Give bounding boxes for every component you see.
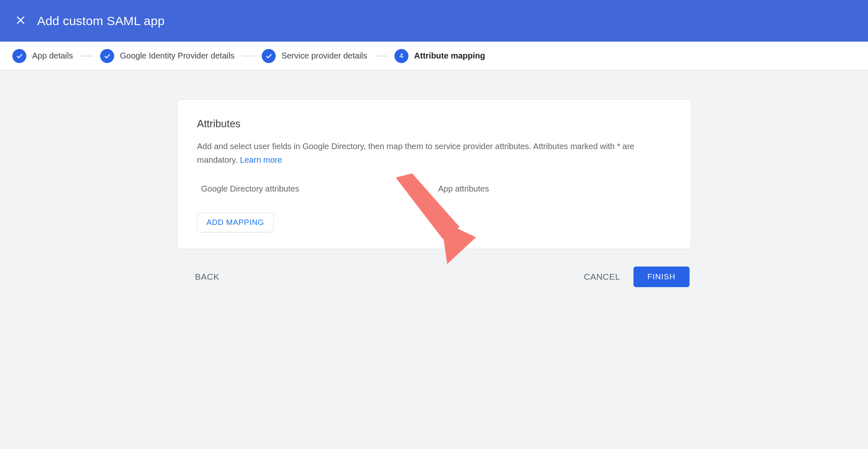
learn-more-link[interactable]: Learn more xyxy=(240,155,282,164)
attributes-card: Attributes Add and select user fields in… xyxy=(177,99,691,249)
dialog-title: Add custom SAML app xyxy=(37,14,165,28)
google-directory-attributes-header: Google Directory attributes xyxy=(197,184,434,194)
step-app-details[interactable]: App details xyxy=(12,49,73,63)
step-connector xyxy=(375,56,387,56)
check-icon xyxy=(262,49,276,63)
content-area: Attributes Add and select user fields in… xyxy=(0,70,868,287)
check-icon xyxy=(12,49,26,63)
step-number-badge: 4 xyxy=(394,49,408,63)
check-icon xyxy=(100,49,114,63)
step-attribute-mapping[interactable]: 4 Attribute mapping xyxy=(394,49,485,63)
close-icon xyxy=(15,15,26,27)
step-connector xyxy=(80,56,93,56)
stepper: App details Google Identity Provider det… xyxy=(0,42,868,70)
step-label: Attribute mapping xyxy=(414,51,485,61)
card-description: Add and select user fields in Google Dir… xyxy=(197,140,646,167)
step-sp-details[interactable]: Service provider details xyxy=(262,49,367,63)
step-label: App details xyxy=(32,51,73,61)
close-button[interactable] xyxy=(12,12,30,30)
step-label: Google Identity Provider details xyxy=(120,51,235,61)
step-idp-details[interactable]: Google Identity Provider details xyxy=(100,49,235,63)
back-button[interactable]: BACK xyxy=(193,268,221,286)
finish-button[interactable]: FINISH xyxy=(633,267,690,287)
app-attributes-header: App attributes xyxy=(434,184,671,194)
step-label: Service provider details xyxy=(282,51,367,61)
card-heading: Attributes xyxy=(197,118,671,130)
footer-actions: BACK CANCEL FINISH xyxy=(177,267,691,287)
attribute-columns: Google Directory attributes App attribut… xyxy=(197,184,671,194)
add-mapping-button[interactable]: ADD MAPPING xyxy=(197,213,274,232)
step-connector xyxy=(242,56,254,56)
cancel-button[interactable]: CANCEL xyxy=(582,268,622,286)
dialog-header: Add custom SAML app xyxy=(0,0,868,42)
